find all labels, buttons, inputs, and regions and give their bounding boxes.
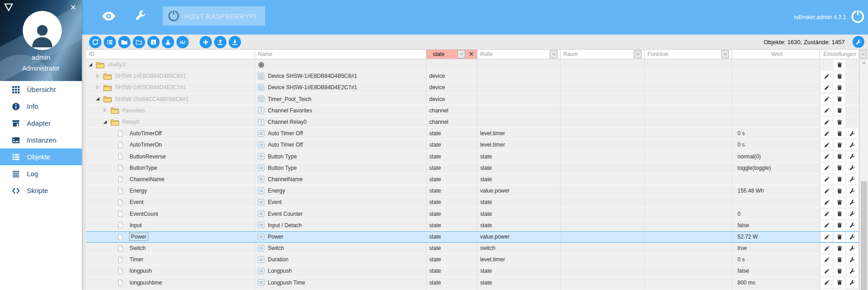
download-button[interactable] — [229, 36, 241, 48]
collapse-node-icon[interactable] — [103, 120, 109, 125]
table-row[interactable]: EventEventstatestate — [86, 197, 859, 208]
expand-node-icon[interactable] — [103, 108, 109, 113]
object-id-cell[interactable]: ButtonReverse — [86, 151, 255, 162]
table-row[interactable]: shelly.0 — [86, 59, 859, 71]
vertical-scrollbar[interactable] — [859, 59, 868, 290]
delete-button[interactable] — [833, 220, 845, 230]
table-row[interactable]: EnergyEnergystatevalue.power155.48 Wh — [86, 185, 859, 197]
object-id-cell[interactable]: EventCount — [86, 208, 255, 219]
delete-button[interactable] — [833, 232, 845, 242]
delete-button[interactable] — [833, 197, 845, 207]
table-row[interactable]: FavoritesChannel Favoriteschannel — [86, 105, 859, 117]
edit-button[interactable] — [821, 128, 833, 138]
function-filter-select[interactable]: Funktion — [645, 50, 732, 59]
type-filter-select[interactable]: state — [426, 50, 477, 59]
table-row[interactable]: AutoTimerOffAuto Timer Offstatelevel.tim… — [86, 128, 859, 139]
sidebar-item-bersicht[interactable]: Übersicht — [0, 81, 82, 98]
object-id-cell[interactable]: longpush — [86, 265, 255, 276]
delete-button[interactable] — [833, 278, 845, 288]
delete-button[interactable] — [833, 152, 845, 162]
object-id-cell[interactable]: Switch — [86, 243, 255, 254]
config-button[interactable] — [846, 220, 858, 230]
config-button[interactable] — [846, 243, 858, 253]
object-id-cell[interactable]: AutoTimerOn — [86, 139, 255, 150]
expand-node-icon[interactable] — [95, 74, 101, 79]
config-button[interactable] — [846, 140, 858, 150]
upload-button[interactable] — [214, 36, 226, 48]
eye-icon[interactable] — [102, 10, 115, 22]
edit-button[interactable] — [821, 278, 833, 288]
object-id-cell[interactable]: SHSW-1#E8DB84D4E2C7#1 — [86, 82, 255, 93]
sidebar-item-instanzen[interactable]: Instanzen — [0, 132, 82, 148]
object-id-cell[interactable]: Favorites — [86, 105, 255, 116]
table-row[interactable]: longpushtimeLongpush Timestatestate800 m… — [86, 277, 859, 289]
delete-button[interactable] — [833, 243, 845, 253]
table-row[interactable]: longpushLongpushstatestatefalse — [86, 265, 859, 277]
sidebar-item-info[interactable]: Info — [0, 98, 82, 115]
delete-button[interactable] — [833, 254, 845, 265]
delete-button[interactable] — [833, 163, 845, 173]
host-button[interactable]: HOST RASPBERRYPI — [163, 6, 265, 25]
edit-button[interactable] — [821, 232, 833, 242]
collapse-node-icon[interactable] — [88, 62, 94, 67]
object-id-cell[interactable]: Power — [86, 232, 255, 242]
config-button[interactable] — [846, 186, 858, 196]
object-id-cell[interactable]: Timer — [86, 254, 255, 265]
edit-button[interactable] — [821, 106, 833, 116]
clear-filter-icon[interactable] — [469, 51, 474, 57]
edit-button[interactable] — [821, 152, 833, 162]
refresh-button[interactable] — [89, 36, 101, 48]
expert-mode-button[interactable] — [162, 36, 174, 48]
delete-button[interactable] — [833, 128, 845, 138]
sidebar-item-skripte[interactable]: Skripte — [0, 182, 82, 199]
edit-button[interactable] — [821, 220, 833, 230]
config-button[interactable] — [846, 197, 858, 207]
table-row[interactable]: SHSW-25#84CCA8B098C6#1Timer_Pool_Teichde… — [86, 94, 859, 105]
chevron-down-icon[interactable] — [634, 50, 642, 58]
chevron-down-icon[interactable] — [859, 50, 867, 58]
edit-button[interactable] — [821, 209, 833, 219]
edit-button[interactable] — [821, 254, 833, 265]
expand-one-level-button[interactable]: 1 — [147, 36, 160, 48]
id-filter-input[interactable]: ID — [86, 50, 255, 59]
edit-button[interactable] — [821, 174, 833, 184]
delete-button[interactable] — [833, 186, 845, 196]
delete-button[interactable] — [833, 140, 845, 150]
chevron-down-icon[interactable] — [550, 50, 557, 58]
table-row[interactable]: ButtonReverseButton Typestatestatenormal… — [86, 151, 859, 163]
config-button[interactable] — [846, 278, 858, 288]
edit-button[interactable] — [821, 266, 833, 276]
object-id-cell[interactable]: SHSW-25#84CCA8B098C6#1 — [86, 94, 255, 105]
delete-button[interactable] — [833, 82, 845, 92]
delete-button[interactable] — [833, 94, 845, 104]
table-row[interactable]: ChannelNameChannelNamestatestate — [86, 174, 859, 185]
edit-button[interactable] — [821, 117, 833, 127]
config-button[interactable] — [846, 152, 858, 162]
wrench-icon[interactable] — [135, 10, 146, 21]
delete-button[interactable] — [833, 106, 845, 116]
object-id-cell[interactable]: Input — [86, 220, 255, 231]
object-id-cell[interactable]: Relay0 — [86, 117, 255, 127]
object-id-cell[interactable]: Event — [86, 197, 255, 208]
table-row[interactable]: TimerDurationstatelevel.timer0 s — [86, 254, 859, 265]
sort-button[interactable]: AZ — [176, 36, 189, 48]
chevron-down-icon[interactable] — [721, 50, 729, 58]
table-row[interactable]: EventCountEvent Counterstatestate0 — [86, 208, 859, 219]
scroll-up-icon[interactable] — [860, 59, 868, 67]
config-button[interactable] — [846, 254, 858, 265]
delete-button[interactable] — [833, 174, 845, 184]
edit-button[interactable] — [821, 71, 833, 81]
edit-button[interactable] — [821, 140, 833, 150]
delete-button[interactable] — [833, 117, 845, 127]
expand-all-button[interactable] — [133, 36, 145, 48]
object-id-cell[interactable]: AutoTimerOff — [86, 128, 255, 139]
collapse-node-icon[interactable] — [95, 97, 101, 102]
edit-button[interactable] — [821, 186, 833, 196]
config-button[interactable] — [846, 266, 858, 276]
object-id-cell[interactable]: ChannelName — [86, 174, 255, 185]
config-button[interactable] — [846, 174, 858, 184]
add-object-button[interactable] — [200, 36, 212, 48]
config-button[interactable] — [846, 128, 858, 138]
delete-button[interactable] — [833, 60, 845, 70]
config-button[interactable] — [846, 232, 858, 242]
